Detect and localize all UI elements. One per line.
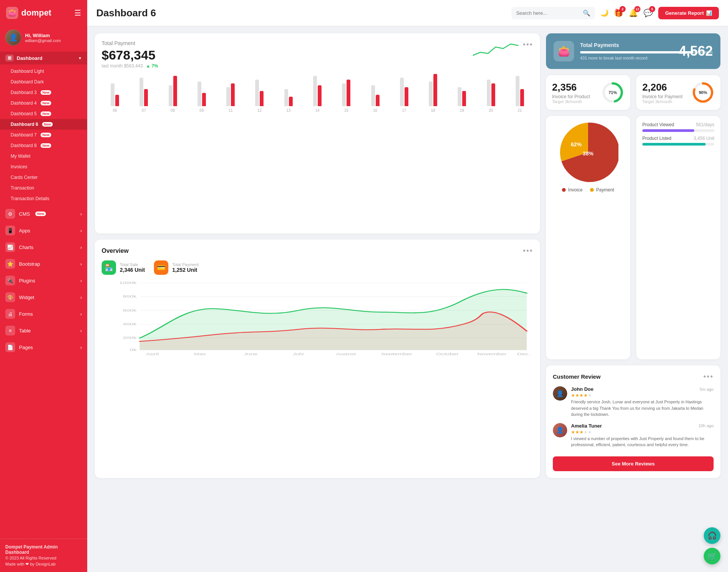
- theme-toggle-button[interactable]: 🌙: [600, 9, 609, 17]
- product-stats-card: Product Viewed 561/days Product Listed 3…: [636, 116, 720, 359]
- sidebar-item-table[interactable]: ≡ Table ›: [0, 322, 87, 339]
- invoice-product-label: Invoice for Product: [552, 94, 597, 99]
- more-options-button[interactable]: •••: [523, 40, 533, 49]
- search-input[interactable]: [516, 10, 580, 16]
- cms-label: CMS: [19, 211, 30, 217]
- sidebar-item-dashboard-light[interactable]: Dashboard Light: [0, 66, 87, 77]
- overview-more-options[interactable]: •••: [523, 246, 533, 255]
- bar-label: 09: [199, 108, 204, 113]
- sidebar-item-label: Dashboard 6: [11, 122, 38, 127]
- gift-button[interactable]: 🎁 2: [614, 8, 623, 17]
- amelia-name: Amelia Tuner: [571, 423, 602, 429]
- sidebar-item-transaction[interactable]: Transaction: [0, 183, 87, 193]
- bar-group: 20: [477, 80, 504, 113]
- payment-amount: $678,345: [102, 48, 158, 63]
- sidebar-item-plugins[interactable]: 🔌 Plugins ›: [0, 272, 87, 289]
- bar-red: [202, 93, 206, 106]
- cart-fab-button[interactable]: 🛒: [704, 548, 720, 564]
- sidebar-item-dashboard-dark[interactable]: Dashboard Dark: [0, 77, 87, 87]
- search-box[interactable]: 🔍: [511, 7, 595, 19]
- sale-label: Total Sale: [120, 262, 145, 267]
- sidebar-item-invoices[interactable]: Invoices: [0, 161, 87, 172]
- sidebar-item-dashboard-7[interactable]: Dashboard 7 New: [0, 130, 87, 140]
- see-more-reviews-button[interactable]: See More Reviews: [553, 456, 714, 471]
- sidebar-item-cards-center[interactable]: Cards Center: [0, 172, 87, 183]
- svg-text:May: May: [194, 352, 206, 355]
- svg-text:April: April: [146, 352, 158, 355]
- sidebar-item-dashboard-6[interactable]: Dashboard 6 New: [0, 119, 87, 130]
- sidebar-item-dashboard-8[interactable]: Dashboard 8 New: [0, 140, 87, 151]
- sidebar-item-dashboard-4[interactable]: Dashboard 4 New: [0, 98, 87, 108]
- table-label: Table: [19, 328, 31, 334]
- chevron-right-icon: ›: [80, 345, 82, 350]
- chart-bar-icon: 📊: [706, 10, 712, 16]
- invoice-product-number: 2,356: [552, 81, 597, 93]
- chevron-right-icon: ›: [80, 295, 82, 300]
- fab-area: 🎧 🛒: [704, 527, 720, 564]
- menu-item-left: 📱 Apps: [5, 226, 30, 235]
- sidebar-item-widget[interactable]: 🎨 Widget ›: [0, 289, 87, 306]
- review-more-options[interactable]: •••: [703, 372, 714, 381]
- bar-pair: [371, 85, 380, 106]
- chevron-down-icon: ▼: [78, 56, 82, 60]
- review-title: Customer Review: [553, 373, 601, 380]
- message-button[interactable]: 💬 5: [643, 8, 653, 17]
- charts-icon: 📈: [5, 242, 15, 252]
- sale-info: Total Sale 2,346 Unit: [120, 262, 145, 273]
- total-payment-stat: 💳 Total Payment 1,252 Unit: [154, 260, 199, 275]
- sidebar-item-cms[interactable]: ⚙ CMS New ›: [0, 205, 87, 222]
- product-viewed-value: 561/days: [696, 122, 714, 127]
- bar-gray: [516, 76, 519, 106]
- generate-report-button[interactable]: Generate Report 📊: [658, 7, 719, 19]
- bar-red: [405, 87, 408, 106]
- john-name: John Doe: [571, 386, 593, 392]
- sidebar-item-dashboard-3[interactable]: Dashboard 3 New: [0, 87, 87, 98]
- sidebar-item-label: Dashboard 8: [11, 143, 37, 148]
- bell-button[interactable]: 🔔 12: [629, 8, 638, 17]
- sidebar-item-bootstrap[interactable]: ⭐ Bootstrap ›: [0, 255, 87, 272]
- bar-pair: [169, 76, 177, 106]
- invoice-payment-donut: 90%: [692, 81, 714, 104]
- total-payment-title: Total Payment: [102, 40, 158, 46]
- sidebar-item-dashboard-5[interactable]: Dashboard 5 New: [0, 108, 87, 119]
- chevron-right-icon: ›: [80, 311, 82, 317]
- bar-group: 16: [362, 85, 388, 113]
- sidebar-item-pages[interactable]: 📄 Pages ›: [0, 339, 87, 356]
- svg-text:June: June: [244, 352, 257, 355]
- bar-label: 20: [489, 108, 493, 113]
- widget-icon: 🎨: [5, 292, 15, 302]
- svg-text:400k: 400k: [123, 322, 137, 326]
- sidebar-item-label: Dashboard 3: [11, 90, 37, 95]
- invoice-payment-target: Target 3k/month: [642, 99, 687, 104]
- sidebar-item-forms[interactable]: 🖨 Forms ›: [0, 306, 87, 322]
- bar-gray: [313, 76, 317, 106]
- product-viewed-label: Product Viewed: [642, 122, 674, 127]
- payment-info: Total Payment 1,252 Unit: [172, 262, 199, 273]
- bar-red: [115, 95, 119, 106]
- bar-label: 11: [229, 108, 233, 113]
- support-fab-button[interactable]: 🎧: [704, 527, 720, 544]
- invoice-product-target: Target 3k/month: [552, 99, 597, 104]
- product-listed-header: Product Listed 3,456 Unit: [642, 136, 714, 141]
- sale-icon: 🏪: [102, 260, 116, 275]
- sidebar-item-apps[interactable]: 📱 Apps ›: [0, 222, 87, 239]
- area-chart-svg: 1000k 800k 600k 400k 200k 0k April May J…: [102, 279, 533, 355]
- last-month-label: last month $563,443: [102, 63, 143, 69]
- bar-pair: [516, 76, 524, 106]
- dashboard-section-toggle[interactable]: ⊞ Dashboard ▼: [0, 52, 87, 64]
- cms-icon: ⚙: [5, 209, 15, 219]
- new-badge: New: [41, 111, 52, 116]
- bar-gray: [198, 81, 201, 106]
- sidebar-item-my-wallet[interactable]: My Wallet: [0, 151, 87, 161]
- bar-chart: 060708091112131415161718192021: [102, 75, 533, 113]
- hamburger-button[interactable]: ☰: [74, 8, 81, 17]
- sidebar-item-charts[interactable]: 📈 Charts ›: [0, 239, 87, 255]
- payment-meta: last month $563,443 ▲ 7%: [102, 63, 158, 69]
- bar-group: 06: [102, 83, 128, 113]
- john-avatar: 👤: [553, 386, 567, 401]
- sidebar-item-transaction-details[interactable]: Transaction Details: [0, 193, 87, 204]
- bar-gray: [458, 87, 461, 106]
- bar-gray: [342, 83, 346, 106]
- amelia-avatar: 👤: [553, 423, 567, 437]
- menu-item-left: 📄 Pages: [5, 342, 33, 352]
